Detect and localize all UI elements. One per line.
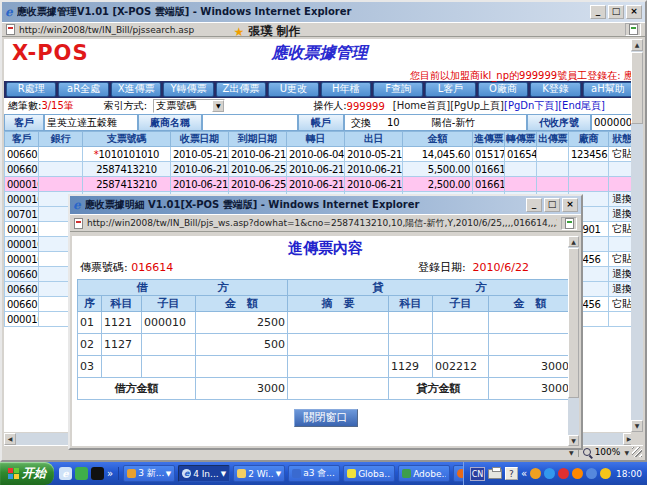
language-indicator[interactable]: CN [470,467,485,481]
resize-grip[interactable] [632,447,642,457]
modal-scrollbar[interactable]: ▲ ▼ [568,236,579,446]
column-header[interactable]: 廠商 [569,132,609,147]
table-cell [39,162,83,177]
column-header[interactable]: 收票日期 [171,132,229,147]
ie-quicklaunch-icon[interactable]: e [59,467,72,480]
taskbar-task[interactable]: 3 新...▼ [123,465,175,482]
modal-minimize-button[interactable]: _ [526,198,542,212]
close-window-button[interactable]: 關閉窗口 [294,409,358,427]
quicklaunch-overflow-icon[interactable]: » [107,468,113,479]
task-group-dropdown-icon[interactable]: ▼ [166,470,171,478]
main-titlebar[interactable]: e 應收票據管理V1.01 [X-POS 雲端版] - Windows Inte… [2,2,645,22]
messenger-quicklaunch-icon[interactable] [75,467,88,480]
toolbar-button[interactable]: F查詢 [373,82,423,97]
nav-link[interactable]: [PgUp上頁] [450,99,504,113]
table-row[interactable]: 00001025874132102010-06-212010-06-252010… [5,177,636,192]
printer-tray-icon[interactable] [488,469,502,479]
minimize-button[interactable]: _ [590,5,606,19]
toolbar-button[interactable]: Y轉傳票 [163,82,213,97]
tray-app-icon-5[interactable] [586,468,597,479]
voucher-totals-row: 借方金額 3000 貸方金額 3000 [78,378,572,400]
task-group-dropdown-icon[interactable]: ▼ [221,470,226,478]
taskbar-task[interactable]: a3 會... [288,465,340,482]
vendor-name-label: 廠商名稱 [138,114,202,131]
task-label: a3 會... [303,467,335,480]
column-header[interactable]: 轉傳票 [505,132,537,147]
scroll-up-icon[interactable]: ▲ [631,39,643,51]
column-header[interactable]: 到期日期 [229,132,287,147]
debit-total-label: 借方金額 [78,378,196,400]
index-mode-select[interactable]: 支票號碼 ▼ [153,99,225,113]
column-header[interactable]: 出日 [345,132,403,147]
nav-link[interactable]: [PgDn下頁] [504,99,558,113]
nav-link[interactable]: [Home首頁] [393,99,450,113]
toolbar-button[interactable]: aH幫助 [583,82,633,97]
column-header[interactable]: 金額 [403,132,473,147]
zoom-level[interactable]: 100% [595,447,621,457]
adobe-icon [402,469,411,478]
quick-launch: e » [54,467,119,480]
task-group-dropdown-icon[interactable]: ▼ [276,470,281,478]
select-dropdown-icon[interactable]: ▼ [212,100,224,112]
main-url[interactable]: http://win2008/tw/IN_Bill/pjssearch.asp [19,25,621,35]
table-row[interactable]: 00660125874132102010-06-212010-06-252010… [5,162,636,177]
scroll-left-icon[interactable]: ◀ [4,433,16,445]
modal-scroll-thumb[interactable] [568,248,579,398]
voucher-table-body: 0111210000102500021127500031129002212300… [78,312,572,378]
toolbar: R處理aR全處X進傳票Y轉傳票Z出傳票U更改H年檔F查詢L客戶O廠商K登錄aH幫… [4,81,635,98]
toolbar-button[interactable]: aR全處 [58,82,108,97]
vendor-name-input[interactable] [202,114,298,131]
table-cell [569,177,609,192]
toolbar-button[interactable]: H年檔 [321,82,371,97]
toolbar-button[interactable]: K登錄 [530,82,580,97]
column-header[interactable]: 進傳票 [473,132,505,147]
taskbar-task[interactable]: Macro... [453,465,463,482]
voucher-subheader-row: 序科目子目金 額摘 要科目子目金 額 [78,296,572,312]
modal-scroll-up-icon[interactable]: ▲ [568,236,579,247]
column-header[interactable]: 轉日 [287,132,345,147]
modal-address-action-button[interactable] [561,217,577,230]
toolbar-button[interactable]: L客戶 [425,82,475,97]
nav-link[interactable]: [End尾頁] [558,99,605,113]
scroll-down-icon[interactable]: ▼ [631,420,643,432]
collect-serial-input[interactable]: 000000 [591,114,635,131]
column-header[interactable]: 客戶 [5,132,39,147]
tray-collapse-icon[interactable]: « [521,468,527,479]
tray-app-icon-1[interactable] [530,468,541,479]
vertical-scroll-thumb[interactable] [631,52,643,124]
address-action-button[interactable] [625,23,641,36]
taskbar-task[interactable]: Globa... [343,465,395,482]
taskbar-task[interactable]: Adobe... [398,465,450,482]
modal-scroll-down-icon[interactable]: ▼ [568,435,579,446]
qq-tray-icon[interactable] [572,468,583,479]
tray-app-icon-2[interactable] [544,468,555,479]
column-header[interactable]: 支票號碼 [83,132,171,147]
qq-quicklaunch-icon[interactable] [91,467,104,480]
toolbar-button[interactable]: Z出傳票 [216,82,266,97]
column-header[interactable]: 出傳票 [537,132,569,147]
column-header[interactable]: 銀行 [39,132,83,147]
voucher-table: 借 方 貸 方 序科目子目金 額摘 要科目子目金 額 0111210000102… [77,279,572,400]
start-button[interactable]: 开始 [0,462,54,485]
toolbar-button[interactable]: O廠商 [478,82,528,97]
close-button[interactable]: × [626,5,642,19]
toolbar-button[interactable]: R處理 [6,82,56,97]
modal-maximize-button[interactable]: □ [544,198,560,212]
vertical-scrollbar[interactable]: ▲ ▼ [631,39,643,432]
maximize-button[interactable]: □ [608,5,624,19]
taskbar-task[interactable]: e4 In...▼ [178,465,230,482]
customer-input[interactable]: 皇英立達五穀雜 [44,114,138,131]
toolbar-button[interactable]: X進傳票 [111,82,161,97]
modal-titlebar[interactable]: e 應收票據明細 V1.01[X-POS 雲端版] - Windows Inte… [70,196,581,214]
table-row[interactable]: 006603*10101010102010-05-212010-06-21201… [5,147,636,162]
tray-app-icon-3[interactable] [558,468,569,479]
help-tray-icon[interactable]: ? [505,467,518,480]
modal-close-button[interactable]: × [562,198,578,212]
table-cell: 000010 [5,252,39,267]
modal-url[interactable]: http://win2008/tw/IN_Bill/pjs_ws.asp?dow… [87,217,557,230]
toolbar-button[interactable]: U更改 [268,82,318,97]
zoom-dropdown-icon[interactable]: ▼ [624,449,629,456]
taskbar-task[interactable]: 2 Wi...▼ [233,465,285,482]
security-shield-tray-icon[interactable] [600,468,611,479]
task-label: Adobe... [413,469,446,479]
